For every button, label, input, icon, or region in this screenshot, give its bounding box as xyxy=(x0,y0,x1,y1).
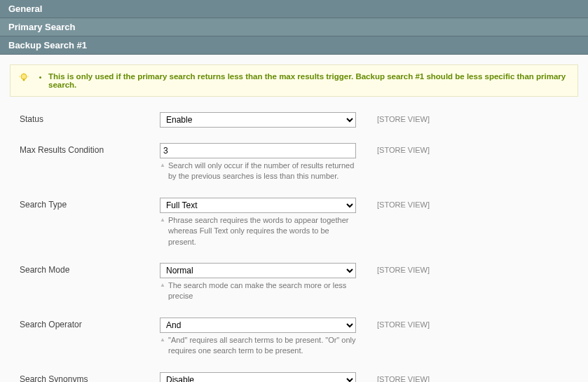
help-max-results: Search will only occur if the number of … xyxy=(160,161,356,182)
lightbulb-icon xyxy=(19,73,29,83)
label-search-synonyms: Search Synonyms xyxy=(20,372,160,382)
label-search-mode: Search Mode xyxy=(20,263,160,275)
select-search-mode[interactable]: Normal xyxy=(160,263,356,278)
help-search-operator: "And" requires all search terms to be pr… xyxy=(160,335,356,357)
scope-status: [STORE VIEW] xyxy=(377,112,430,123)
scope-search-type: [STORE VIEW] xyxy=(377,198,430,209)
section-general[interactable]: General xyxy=(0,0,588,18)
section-backup-search-1[interactable]: Backup Search #1 xyxy=(0,36,588,55)
label-search-operator: Search Operator xyxy=(20,318,160,329)
svg-point-0 xyxy=(21,74,27,79)
backup-search-content: This is only used if the primary search … xyxy=(0,55,588,382)
help-search-mode: The search mode can make the search more… xyxy=(160,280,356,302)
select-search-operator[interactable]: And xyxy=(160,318,356,333)
section-primary-search[interactable]: Primary Search xyxy=(0,18,588,36)
notice-box: This is only used if the primary search … xyxy=(10,64,578,97)
svg-rect-1 xyxy=(23,79,25,81)
scope-max-results: [STORE VIEW] xyxy=(377,143,430,154)
notice-text: This is only used if the primary search … xyxy=(48,72,569,89)
notice-list: This is only used if the primary search … xyxy=(48,72,569,89)
select-status[interactable]: Enable xyxy=(160,112,356,128)
help-search-type: Phrase search requires the words to appe… xyxy=(160,215,356,247)
row-search-synonyms: Search Synonyms Disable If enabled, syno… xyxy=(20,369,568,382)
row-search-operator: Search Operator And "And" requires all s… xyxy=(20,315,568,360)
row-search-type: Search Type Full Text Phrase search requ… xyxy=(20,195,568,250)
row-max-results: Max Results Condition Search will only o… xyxy=(20,140,568,185)
label-max-results: Max Results Condition xyxy=(20,143,160,155)
scope-search-synonyms: [STORE VIEW] xyxy=(377,372,430,382)
select-search-type[interactable]: Full Text xyxy=(160,198,356,213)
scope-search-mode: [STORE VIEW] xyxy=(377,263,430,274)
select-search-synonyms[interactable]: Disable xyxy=(160,372,356,382)
input-max-results[interactable] xyxy=(160,143,356,158)
row-status: Status Enable [STORE VIEW] xyxy=(20,109,568,130)
scope-search-operator: [STORE VIEW] xyxy=(377,318,430,329)
label-search-type: Search Type xyxy=(20,198,160,210)
row-search-mode: Search Mode Normal The search mode can m… xyxy=(20,260,568,305)
label-status: Status xyxy=(20,112,160,124)
